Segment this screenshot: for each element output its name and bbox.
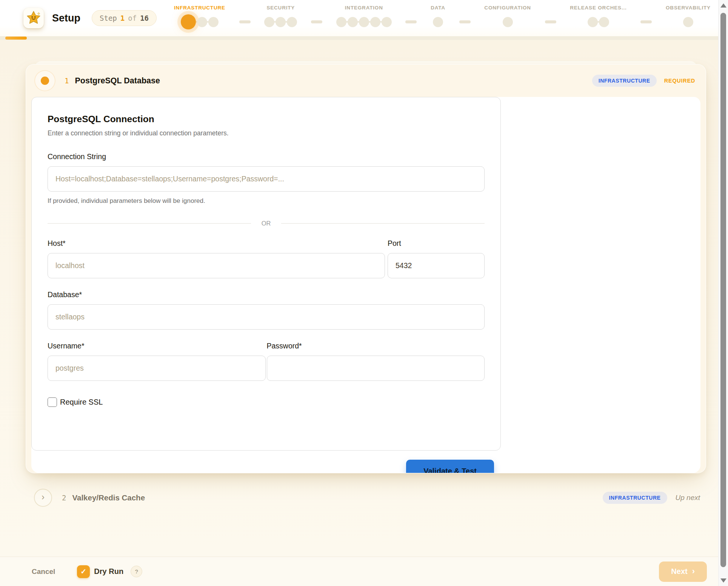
stepper-stage-label: SECURITY [266,5,295,11]
stepper-stage-label: INTEGRATION [345,5,383,11]
stepper-dot-icon [287,17,297,27]
checkmark-icon: ✓ [80,567,86,576]
main-content: 1 PostgreSQL Database INFRASTRUCTURE REQ… [0,40,728,557]
stepper-stage-dots [683,14,693,30]
stepper-stage-configuration[interactable]: CONFIGURATION [484,5,531,30]
step-card-body: PostgreSQL Connection Enter a connection… [31,97,700,473]
password-input[interactable] [267,356,485,381]
scrollbar-down-arrow-icon[interactable] [720,578,726,583]
stepper-stage-dots [181,14,219,30]
progress-bar-fill [5,37,27,40]
stepper-stage-label: RELEASE ORCHES... [570,5,626,11]
step-current: 1 [120,14,125,22]
port-input[interactable] [388,253,485,278]
validate-test-button[interactable]: Validate & Test [406,460,494,473]
help-icon[interactable]: ? [131,566,142,577]
stepper-dot-active-icon [181,14,196,29]
stepper-dot-icon [336,17,346,27]
stepper-stage-security[interactable]: SECURITY [264,5,297,30]
stepper-dot-icon [382,17,392,27]
username-label: Username* [48,342,266,350]
stepper-connector [545,20,556,23]
active-step-indicator [34,70,55,91]
connection-string-help: If provided, individual parameters below… [48,197,485,205]
host-input[interactable] [48,253,385,278]
step-counter-badge: Step 1 of 16 [92,10,157,26]
database-label: Database* [48,290,485,299]
stepper-connector [405,20,417,23]
stepper: INFRASTRUCTURESECURITYINTEGRATIONDATACON… [174,5,711,31]
step-card-title: PostgreSQL Database [75,76,160,86]
category-badge: INFRASTRUCTURE [592,75,657,87]
stepper-stage-observability[interactable]: OBSERVABILITY [666,5,711,30]
stepper-dot-icon [359,17,369,27]
page-title: Setup [52,12,80,24]
next-step-title: Valkey/Redis Cache [72,493,145,502]
step-card-postgresql: 1 PostgreSQL Database INFRASTRUCTURE REQ… [26,64,706,473]
stepper-stage-data[interactable]: DATA [431,5,445,30]
connection-string-label: Connection String [48,152,485,161]
postgres-connection-form: PostgreSQL Connection Enter a connection… [31,97,501,451]
stepper-stage-infrastructure[interactable]: INFRASTRUCTURE [174,5,225,30]
stepper-stage-label: OBSERVABILITY [666,5,711,11]
stepper-dot-icon [503,17,513,27]
next-step-row[interactable]: › 2 Valkey/Redis Cache INFRASTRUCTURE Up… [26,487,706,509]
next-step-category-badge: INFRASTRUCTURE [603,492,667,504]
stepper-dot-icon [433,17,443,27]
require-ssl-label: Require SSL [60,398,103,407]
app-logo-star-icon [23,8,44,28]
progress-bar [0,36,728,40]
step-total: 16 [140,14,149,22]
cancel-button[interactable]: Cancel [32,568,55,576]
database-input[interactable] [48,304,485,330]
stepper-dot-icon [197,17,207,27]
step-word: Step [100,14,117,22]
host-label: Host* [48,239,385,248]
stepper-stage-label: INFRASTRUCTURE [174,5,225,11]
stepper-stage-label: DATA [431,5,445,11]
stepper-dot-icon [599,17,609,27]
stepper-connector [459,20,471,23]
require-ssl-checkbox[interactable] [48,397,57,407]
stepper-connector [311,20,322,23]
form-title: PostgreSQL Connection [48,114,485,124]
scrollbar-thumb[interactable] [720,13,726,567]
stepper-connector [640,20,652,23]
or-divider-label: OR [262,220,271,227]
scrollbar[interactable] [718,0,728,586]
stepper-dot-icon [264,17,274,27]
footer-bar: Cancel ✓ Dry Run ? Next › [0,557,728,586]
connection-string-input[interactable] [48,166,485,192]
stepper-dot-icon [588,17,598,27]
username-input[interactable] [48,356,266,381]
stepper-dot-icon [683,17,693,27]
stepper-stage-dots [433,14,443,30]
port-label: Port [388,239,485,248]
stepper-dot-icon [276,17,286,27]
stepper-stage-dots [336,14,392,30]
step-card-number: 1 [65,77,69,85]
chevron-right-icon: › [692,566,695,576]
stepper-stage-dots [588,14,609,30]
dry-run-label: Dry Run [94,567,123,576]
dry-run-checkbox[interactable]: ✓ [77,565,90,578]
next-step-status: Up next [676,494,700,502]
step-card-header[interactable]: 1 PostgreSQL Database INFRASTRUCTURE REQ… [26,64,706,97]
stepper-stage-integration[interactable]: INTEGRATION [336,5,392,30]
required-badge: REQUIRED [664,78,695,84]
stepper-stage-release-orches[interactable]: RELEASE ORCHES... [570,5,626,30]
stepper-dot-icon [348,17,358,27]
next-button-label: Next [671,567,687,576]
expand-chevron-icon[interactable]: › [34,489,52,507]
active-step-dot-icon [41,77,49,85]
stepper-stage-dots [503,14,513,30]
scrollbar-up-arrow-icon[interactable] [720,3,726,8]
form-subtitle: Enter a connection string or individual … [48,129,485,137]
next-button[interactable]: Next › [659,561,707,582]
stepper-dot-icon [208,17,219,27]
stepper-dot-icon [370,17,380,27]
step-of: of [128,14,137,22]
stepper-stage-label: CONFIGURATION [484,5,531,11]
stepper-stage-dots [264,14,297,30]
top-bar: Setup Step 1 of 16 INFRASTRUCTURESECURIT… [0,0,728,36]
